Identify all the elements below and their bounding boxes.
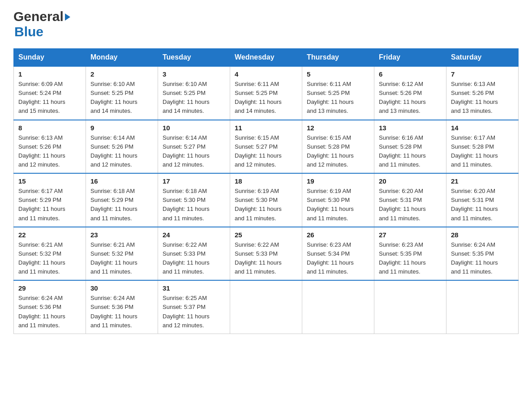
calendar-col-header-thursday: Thursday bbox=[302, 49, 374, 67]
day-info: Sunrise: 6:10 AMSunset: 5:25 PMDaylight:… bbox=[90, 80, 153, 116]
calendar-cell: 18Sunrise: 6:19 AMSunset: 5:30 PMDayligh… bbox=[230, 173, 302, 227]
day-number: 15 bbox=[18, 177, 81, 185]
calendar-cell: 11Sunrise: 6:15 AMSunset: 5:27 PMDayligh… bbox=[230, 120, 302, 174]
day-number: 18 bbox=[235, 177, 297, 185]
day-number: 28 bbox=[451, 231, 514, 239]
day-info: Sunrise: 6:18 AMSunset: 5:30 PMDaylight:… bbox=[163, 187, 225, 223]
day-number: 13 bbox=[379, 124, 442, 132]
day-info: Sunrise: 6:22 AMSunset: 5:33 PMDaylight:… bbox=[235, 240, 297, 277]
day-number: 24 bbox=[163, 231, 225, 239]
calendar-table: SundayMondayTuesdayWednesdayThursdayFrid… bbox=[13, 48, 519, 334]
calendar-cell: 26Sunrise: 6:23 AMSunset: 5:34 PMDayligh… bbox=[302, 227, 374, 281]
calendar-col-header-friday: Friday bbox=[374, 49, 446, 67]
calendar-week-row: 29Sunrise: 6:24 AMSunset: 5:36 PMDayligh… bbox=[14, 280, 519, 334]
page-header: General Blue bbox=[13, 9, 519, 39]
day-number: 2 bbox=[90, 70, 153, 78]
calendar-cell: 9Sunrise: 6:14 AMSunset: 5:26 PMDaylight… bbox=[86, 120, 158, 174]
calendar-cell: 5Sunrise: 6:11 AMSunset: 5:25 PMDaylight… bbox=[302, 66, 374, 120]
calendar-col-header-monday: Monday bbox=[86, 49, 158, 67]
day-info: Sunrise: 6:14 AMSunset: 5:27 PMDaylight:… bbox=[163, 133, 225, 170]
day-info: Sunrise: 6:21 AMSunset: 5:32 PMDaylight:… bbox=[90, 240, 153, 277]
calendar-cell: 13Sunrise: 6:16 AMSunset: 5:28 PMDayligh… bbox=[374, 120, 446, 174]
day-number: 14 bbox=[451, 124, 514, 132]
day-info: Sunrise: 6:14 AMSunset: 5:26 PMDaylight:… bbox=[90, 133, 153, 170]
day-info: Sunrise: 6:18 AMSunset: 5:29 PMDaylight:… bbox=[90, 187, 153, 223]
day-number: 25 bbox=[235, 231, 297, 239]
day-info: Sunrise: 6:19 AMSunset: 5:30 PMDaylight:… bbox=[235, 187, 297, 223]
day-number: 4 bbox=[235, 70, 297, 78]
calendar-cell: 10Sunrise: 6:14 AMSunset: 5:27 PMDayligh… bbox=[158, 120, 230, 174]
calendar-cell: 1Sunrise: 6:09 AMSunset: 5:24 PMDaylight… bbox=[14, 66, 86, 120]
day-number: 21 bbox=[451, 177, 514, 185]
calendar-cell: 7Sunrise: 6:13 AMSunset: 5:26 PMDaylight… bbox=[446, 66, 519, 120]
calendar-cell: 19Sunrise: 6:19 AMSunset: 5:30 PMDayligh… bbox=[302, 173, 374, 227]
day-number: 19 bbox=[307, 177, 369, 185]
logo: General Blue bbox=[13, 9, 70, 39]
day-info: Sunrise: 6:24 AMSunset: 5:36 PMDaylight:… bbox=[90, 294, 153, 330]
calendar-body: 1Sunrise: 6:09 AMSunset: 5:24 PMDaylight… bbox=[14, 66, 519, 334]
day-number: 10 bbox=[163, 124, 225, 132]
calendar-cell: 28Sunrise: 6:24 AMSunset: 5:35 PMDayligh… bbox=[446, 227, 519, 281]
calendar-cell: 3Sunrise: 6:10 AMSunset: 5:25 PMDaylight… bbox=[158, 66, 230, 120]
day-number: 22 bbox=[18, 231, 81, 239]
calendar-week-row: 1Sunrise: 6:09 AMSunset: 5:24 PMDaylight… bbox=[14, 66, 519, 120]
calendar-cell: 6Sunrise: 6:12 AMSunset: 5:26 PMDaylight… bbox=[374, 66, 446, 120]
day-number: 17 bbox=[163, 177, 225, 185]
calendar-cell: 23Sunrise: 6:21 AMSunset: 5:32 PMDayligh… bbox=[86, 227, 158, 281]
day-number: 5 bbox=[307, 70, 369, 78]
day-info: Sunrise: 6:17 AMSunset: 5:28 PMDaylight:… bbox=[451, 133, 514, 170]
day-number: 7 bbox=[451, 70, 514, 78]
day-number: 23 bbox=[90, 231, 153, 239]
day-number: 12 bbox=[307, 124, 369, 132]
day-info: Sunrise: 6:23 AMSunset: 5:34 PMDaylight:… bbox=[307, 240, 369, 277]
day-number: 29 bbox=[18, 284, 81, 292]
calendar-cell: 30Sunrise: 6:24 AMSunset: 5:36 PMDayligh… bbox=[86, 280, 158, 334]
calendar-cell bbox=[446, 280, 519, 334]
calendar-cell: 25Sunrise: 6:22 AMSunset: 5:33 PMDayligh… bbox=[230, 227, 302, 281]
day-number: 20 bbox=[379, 177, 442, 185]
day-info: Sunrise: 6:24 AMSunset: 5:36 PMDaylight:… bbox=[18, 294, 81, 330]
calendar-cell: 4Sunrise: 6:11 AMSunset: 5:25 PMDaylight… bbox=[230, 66, 302, 120]
calendar-week-row: 15Sunrise: 6:17 AMSunset: 5:29 PMDayligh… bbox=[14, 173, 519, 227]
calendar-cell: 29Sunrise: 6:24 AMSunset: 5:36 PMDayligh… bbox=[14, 280, 86, 334]
day-number: 27 bbox=[379, 231, 442, 239]
logo-general-text: General bbox=[13, 9, 64, 24]
calendar-cell: 22Sunrise: 6:21 AMSunset: 5:32 PMDayligh… bbox=[14, 227, 86, 281]
calendar-cell: 24Sunrise: 6:22 AMSunset: 5:33 PMDayligh… bbox=[158, 227, 230, 281]
calendar-col-header-saturday: Saturday bbox=[446, 49, 519, 67]
day-info: Sunrise: 6:25 AMSunset: 5:37 PMDaylight:… bbox=[163, 294, 225, 330]
calendar-cell: 31Sunrise: 6:25 AMSunset: 5:37 PMDayligh… bbox=[158, 280, 230, 334]
day-number: 16 bbox=[90, 177, 153, 185]
calendar-col-header-tuesday: Tuesday bbox=[158, 49, 230, 67]
logo-triangle-icon bbox=[65, 13, 70, 21]
calendar-cell: 27Sunrise: 6:23 AMSunset: 5:35 PMDayligh… bbox=[374, 227, 446, 281]
day-number: 30 bbox=[90, 284, 153, 292]
day-number: 8 bbox=[18, 124, 81, 132]
calendar-cell: 8Sunrise: 6:13 AMSunset: 5:26 PMDaylight… bbox=[14, 120, 86, 174]
day-info: Sunrise: 6:17 AMSunset: 5:29 PMDaylight:… bbox=[18, 187, 81, 223]
day-number: 1 bbox=[18, 70, 81, 78]
calendar-cell bbox=[230, 280, 302, 334]
calendar-cell: 15Sunrise: 6:17 AMSunset: 5:29 PMDayligh… bbox=[14, 173, 86, 227]
calendar-cell bbox=[374, 280, 446, 334]
day-info: Sunrise: 6:16 AMSunset: 5:28 PMDaylight:… bbox=[379, 133, 442, 170]
day-info: Sunrise: 6:24 AMSunset: 5:35 PMDaylight:… bbox=[451, 240, 514, 277]
calendar-cell bbox=[302, 280, 374, 334]
day-info: Sunrise: 6:09 AMSunset: 5:24 PMDaylight:… bbox=[18, 80, 81, 116]
calendar-cell: 12Sunrise: 6:15 AMSunset: 5:28 PMDayligh… bbox=[302, 120, 374, 174]
logo-blue-text: Blue bbox=[14, 24, 43, 39]
day-info: Sunrise: 6:13 AMSunset: 5:26 PMDaylight:… bbox=[451, 80, 514, 116]
calendar-cell: 14Sunrise: 6:17 AMSunset: 5:28 PMDayligh… bbox=[446, 120, 519, 174]
day-info: Sunrise: 6:15 AMSunset: 5:28 PMDaylight:… bbox=[307, 133, 369, 170]
day-info: Sunrise: 6:20 AMSunset: 5:31 PMDaylight:… bbox=[379, 187, 442, 223]
calendar-col-header-wednesday: Wednesday bbox=[230, 49, 302, 67]
calendar-cell: 21Sunrise: 6:20 AMSunset: 5:31 PMDayligh… bbox=[446, 173, 519, 227]
calendar-col-header-sunday: Sunday bbox=[14, 49, 86, 67]
calendar-week-row: 22Sunrise: 6:21 AMSunset: 5:32 PMDayligh… bbox=[14, 227, 519, 281]
calendar-week-row: 8Sunrise: 6:13 AMSunset: 5:26 PMDaylight… bbox=[14, 120, 519, 174]
day-number: 26 bbox=[307, 231, 369, 239]
calendar-cell: 16Sunrise: 6:18 AMSunset: 5:29 PMDayligh… bbox=[86, 173, 158, 227]
day-info: Sunrise: 6:12 AMSunset: 5:26 PMDaylight:… bbox=[379, 80, 442, 116]
day-number: 31 bbox=[163, 284, 225, 292]
day-number: 11 bbox=[235, 124, 297, 132]
